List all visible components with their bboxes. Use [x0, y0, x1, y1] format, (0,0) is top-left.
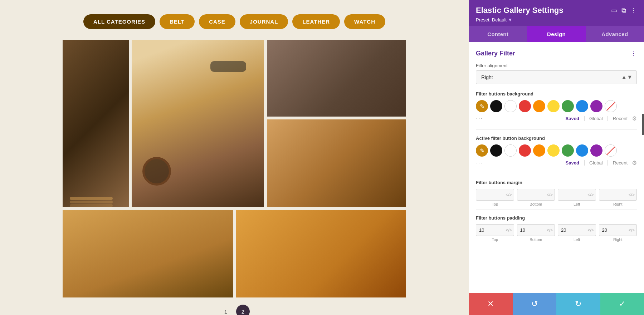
panel-preset[interactable]: Preset: Default ▼	[476, 17, 637, 23]
page-2-button[interactable]: 2	[236, 305, 250, 315]
color-meta-row-2: ⋯ Saved | Global | Recent ⚙	[476, 159, 637, 167]
color-tabs-1: Saved | Global | Recent ⚙	[566, 115, 637, 122]
margin-bottom-field: </> Bottom	[517, 189, 555, 206]
color-swatch-blue-1[interactable]	[576, 100, 588, 112]
color-swatch-green-1[interactable]	[562, 100, 574, 112]
filter-alignment-label: Filter alignment	[476, 63, 637, 68]
color-swatch-red-2[interactable]	[519, 144, 531, 157]
filter-buttons-padding-label: Filter buttons padding	[476, 215, 637, 221]
color-swatch-red-1[interactable]	[519, 100, 531, 112]
main-content: All Categories Belt Case Journal Leather…	[0, 0, 469, 315]
padding-left-link-icon: </>	[587, 228, 594, 233]
filter-btn-leather[interactable]: Leather	[292, 14, 340, 29]
filter-buttons-margin-label: Filter buttons margin	[476, 180, 637, 185]
gallery-col-mid	[132, 40, 264, 207]
color-swatch-white-2[interactable]	[504, 144, 517, 157]
color-swatch-purple-2[interactable]	[590, 144, 602, 157]
color-swatch-orange-1[interactable]	[533, 100, 545, 112]
color-swatch-black-1[interactable]	[490, 100, 502, 112]
color-tab-global-2[interactable]: Global	[589, 160, 603, 166]
padding-top-label: Top	[492, 237, 498, 242]
tab-bar: Content Design Advanced	[469, 26, 644, 42]
color-swatch-yellow-1[interactable]	[547, 100, 560, 112]
color-swatch-purple-1[interactable]	[590, 100, 602, 112]
cancel-button[interactable]: ✕	[469, 293, 513, 315]
redo-button[interactable]: ↻	[556, 293, 600, 315]
settings-panel: Elastic Gallery Settings ▭ ⧉ ⋮ Preset: D…	[469, 0, 644, 315]
color-meta-row-1: ⋯ Saved | Global | Recent ⚙	[476, 114, 637, 122]
panel-icon-split[interactable]: ⧉	[621, 7, 626, 14]
panel-header: Elastic Gallery Settings ▭ ⧉ ⋮ Preset: D…	[469, 0, 644, 26]
color-swatch-green-2[interactable]	[562, 144, 574, 157]
margin-bottom-label: Bottom	[530, 202, 542, 206]
page-1-button[interactable]: 1	[219, 305, 233, 315]
margin-right-label: Right	[613, 202, 623, 206]
margin-left-field: </> Left	[558, 189, 596, 206]
margin-top-link-icon: </>	[506, 192, 512, 197]
gallery-grid	[63, 40, 406, 207]
gallery-item-phone	[236, 210, 406, 297]
color-tab-saved-1[interactable]: Saved	[566, 116, 579, 121]
scroll-indicator	[642, 114, 644, 135]
gallery-item-watch	[267, 119, 406, 207]
color-more-icon-1[interactable]: ⋯	[476, 114, 483, 122]
padding-bottom-field: </> Bottom	[517, 224, 555, 242]
color-swatch-pencil-1[interactable]: ✎	[476, 100, 488, 112]
color-gear-icon-2[interactable]: ⚙	[632, 159, 637, 166]
tab-content[interactable]: Content	[469, 26, 527, 42]
margin-top-field: </> Top	[476, 189, 514, 206]
margin-right-field: </> Right	[599, 189, 637, 206]
section-header: Gallery Filter ⋮	[476, 49, 637, 57]
color-tab-global-1[interactable]: Global	[589, 116, 603, 121]
filter-buttons-margin-grid: </> Top </> Bottom </> Left	[476, 189, 637, 206]
filter-buttons-padding-grid: </> Top </> Bottom </> Left	[476, 224, 637, 242]
panel-title-row: Elastic Gallery Settings ▭ ⧉ ⋮	[476, 6, 637, 15]
color-swatch-black-2[interactable]	[490, 144, 502, 157]
active-filter-color-row: ✎	[476, 144, 637, 157]
gallery-item-case	[267, 40, 406, 117]
margin-right-link-icon: </>	[629, 192, 635, 197]
filter-alignment-select-wrapper: Left Center Right ▲▼	[476, 70, 637, 84]
filter-buttons-bg-label: Filter buttons background	[476, 91, 637, 97]
padding-left-label: Left	[574, 237, 580, 242]
color-swatch-white-1[interactable]	[504, 100, 517, 112]
color-tab-recent-2[interactable]: Recent	[613, 160, 628, 166]
color-swatch-blue-2[interactable]	[576, 144, 588, 157]
filter-btn-belt[interactable]: Belt	[160, 14, 195, 29]
filter-btn-all[interactable]: All Categories	[83, 14, 155, 29]
gallery-item-watchstrap	[63, 210, 233, 297]
margin-bottom-link-icon: </>	[547, 192, 553, 197]
undo-button[interactable]: ↺	[513, 293, 557, 315]
color-swatch-orange-2[interactable]	[533, 144, 545, 157]
pagination: 1 2	[219, 305, 250, 315]
color-gear-icon-1[interactable]: ⚙	[632, 115, 637, 122]
color-tabs-2: Saved | Global | Recent ⚙	[566, 159, 637, 166]
filter-btn-case[interactable]: Case	[199, 14, 235, 29]
save-button[interactable]: ✓	[600, 293, 644, 315]
divider-3	[476, 209, 637, 210]
panel-icon-more[interactable]: ⋮	[630, 6, 637, 14]
color-swatch-pencil-2[interactable]: ✎	[476, 144, 488, 157]
padding-bottom-link-icon: </>	[547, 228, 553, 233]
color-tab-recent-1[interactable]: Recent	[613, 116, 628, 121]
color-swatch-yellow-2[interactable]	[547, 144, 560, 157]
divider-2	[476, 174, 637, 174]
gallery-col-left	[63, 40, 129, 207]
gallery-filter-title: Gallery Filter	[476, 50, 515, 57]
filter-btn-journal[interactable]: Journal	[240, 14, 288, 29]
color-tab-saved-2[interactable]: Saved	[566, 160, 579, 166]
padding-left-field: </> Left	[558, 224, 596, 242]
divider-1	[476, 129, 637, 130]
filter-btn-watch[interactable]: Watch	[344, 14, 385, 29]
filter-alignment-select[interactable]: Left Center Right	[476, 70, 637, 84]
panel-icons: ▭ ⧉ ⋮	[611, 6, 637, 14]
active-filter-bg-label: Active filter button background	[476, 136, 637, 141]
color-swatch-none-1[interactable]	[605, 100, 617, 112]
section-menu-icon[interactable]: ⋮	[630, 49, 637, 57]
panel-icon-desktop[interactable]: ▭	[611, 6, 617, 14]
color-more-icon-2[interactable]: ⋯	[476, 159, 483, 167]
tab-design[interactable]: Design	[527, 26, 585, 42]
filter-buttons: All Categories Belt Case Journal Leather…	[83, 14, 385, 29]
color-swatch-none-2[interactable]	[605, 144, 617, 157]
tab-advanced[interactable]: Advanced	[586, 26, 644, 42]
